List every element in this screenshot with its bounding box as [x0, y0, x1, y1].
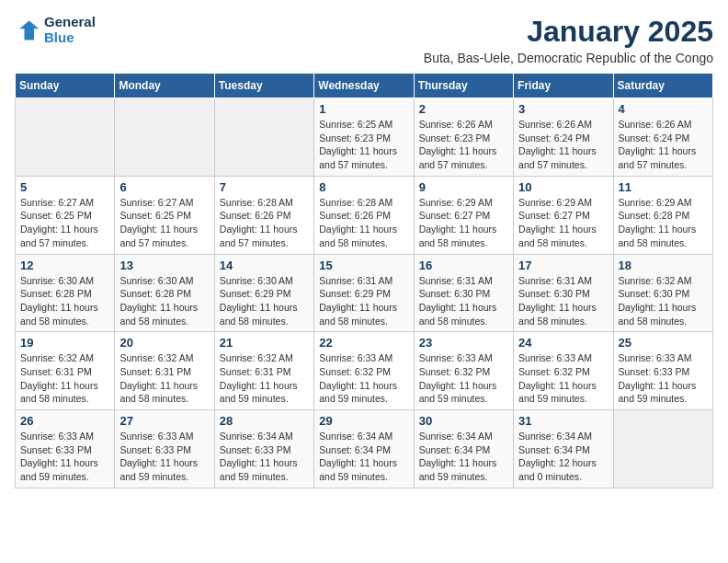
calendar-cell: 18Sunrise: 6:32 AM Sunset: 6:30 PM Dayli… [613, 254, 712, 332]
day-number: 3 [518, 102, 608, 116]
day-info: Sunrise: 6:30 AM Sunset: 6:29 PM Dayligh… [220, 274, 309, 328]
day-number: 14 [220, 259, 309, 272]
calendar-cell: 15Sunrise: 6:31 AM Sunset: 6:29 PM Dayli… [314, 254, 414, 332]
calendar-cell: 24Sunrise: 6:33 AM Sunset: 6:32 PM Dayli… [514, 332, 613, 410]
calendar-cell: 1Sunrise: 6:25 AM Sunset: 6:23 PM Daylig… [314, 98, 414, 177]
day-number: 17 [518, 259, 608, 272]
day-number: 24 [518, 336, 608, 350]
day-info: Sunrise: 6:32 AM Sunset: 6:30 PM Dayligh… [619, 274, 708, 328]
header-saturday: Saturday [613, 74, 712, 98]
page-header: General Blue January 2025 Buta, Bas-Uele… [15, 15, 713, 65]
day-info: Sunrise: 6:26 AM Sunset: 6:24 PM Dayligh… [518, 118, 608, 172]
day-info: Sunrise: 6:32 AM Sunset: 6:31 PM Dayligh… [220, 351, 309, 406]
logo: General Blue [15, 15, 96, 45]
calendar-cell: 27Sunrise: 6:33 AM Sunset: 6:33 PM Dayli… [115, 410, 214, 488]
day-info: Sunrise: 6:25 AM Sunset: 6:23 PM Dayligh… [319, 118, 408, 172]
day-number: 28 [220, 414, 309, 428]
calendar-cell: 28Sunrise: 6:34 AM Sunset: 6:33 PM Dayli… [214, 410, 313, 488]
calendar-cell: 7Sunrise: 6:28 AM Sunset: 6:26 PM Daylig… [214, 176, 313, 254]
day-info: Sunrise: 6:29 AM Sunset: 6:27 PM Dayligh… [518, 196, 608, 250]
day-number: 27 [119, 414, 209, 428]
calendar-cell: 26Sunrise: 6:33 AM Sunset: 6:33 PM Dayli… [16, 410, 115, 488]
calendar-cell: 9Sunrise: 6:29 AM Sunset: 6:27 PM Daylig… [414, 176, 513, 254]
day-info: Sunrise: 6:29 AM Sunset: 6:27 PM Dayligh… [419, 196, 508, 250]
day-info: Sunrise: 6:31 AM Sunset: 6:30 PM Dayligh… [419, 274, 508, 328]
day-info: Sunrise: 6:30 AM Sunset: 6:28 PM Dayligh… [119, 274, 209, 328]
day-number: 13 [119, 259, 209, 272]
week-row-3: 19Sunrise: 6:32 AM Sunset: 6:31 PM Dayli… [16, 332, 713, 410]
calendar-header-row: SundayMondayTuesdayWednesdayThursdayFrid… [16, 74, 713, 98]
day-number: 15 [319, 259, 408, 272]
header-sunday: Sunday [16, 74, 115, 98]
calendar-cell: 25Sunrise: 6:33 AM Sunset: 6:33 PM Dayli… [613, 332, 712, 410]
day-info: Sunrise: 6:33 AM Sunset: 6:33 PM Dayligh… [119, 430, 209, 484]
day-number: 11 [619, 180, 708, 194]
header-thursday: Thursday [414, 74, 513, 98]
day-number: 4 [619, 102, 708, 116]
week-row-2: 12Sunrise: 6:30 AM Sunset: 6:28 PM Dayli… [16, 254, 713, 332]
day-number: 16 [419, 259, 508, 272]
calendar-cell [214, 98, 313, 177]
day-info: Sunrise: 6:32 AM Sunset: 6:31 PM Dayligh… [119, 351, 209, 406]
day-number: 8 [319, 180, 408, 194]
day-number: 9 [419, 180, 508, 194]
title-area: January 2025 Buta, Bas-Uele, Democratic … [424, 15, 713, 65]
day-info: Sunrise: 6:26 AM Sunset: 6:24 PM Dayligh… [619, 118, 708, 172]
day-number: 10 [518, 180, 608, 194]
day-number: 22 [319, 336, 408, 350]
calendar-cell: 8Sunrise: 6:28 AM Sunset: 6:26 PM Daylig… [314, 176, 414, 254]
day-number: 6 [119, 180, 209, 194]
day-info: Sunrise: 6:31 AM Sunset: 6:30 PM Dayligh… [518, 274, 608, 328]
calendar-cell [115, 98, 214, 177]
calendar-cell: 4Sunrise: 6:26 AM Sunset: 6:24 PM Daylig… [613, 98, 712, 177]
day-number: 30 [419, 414, 508, 428]
day-number: 2 [419, 102, 508, 116]
calendar-cell: 10Sunrise: 6:29 AM Sunset: 6:27 PM Dayli… [514, 176, 613, 254]
calendar-cell: 3Sunrise: 6:26 AM Sunset: 6:24 PM Daylig… [514, 98, 613, 177]
day-number: 31 [518, 414, 608, 428]
header-wednesday: Wednesday [314, 74, 414, 98]
day-info: Sunrise: 6:26 AM Sunset: 6:23 PM Dayligh… [419, 118, 508, 172]
calendar-cell: 2Sunrise: 6:26 AM Sunset: 6:23 PM Daylig… [414, 98, 513, 177]
header-monday: Monday [115, 74, 214, 98]
header-friday: Friday [514, 74, 613, 98]
day-info: Sunrise: 6:28 AM Sunset: 6:26 PM Dayligh… [220, 196, 309, 250]
day-number: 26 [20, 414, 109, 428]
calendar-cell: 29Sunrise: 6:34 AM Sunset: 6:34 PM Dayli… [314, 410, 414, 488]
subtitle: Buta, Bas-Uele, Democratic Republic of t… [424, 51, 713, 65]
calendar-cell: 6Sunrise: 6:27 AM Sunset: 6:25 PM Daylig… [115, 176, 214, 254]
calendar-cell: 5Sunrise: 6:27 AM Sunset: 6:25 PM Daylig… [16, 176, 115, 254]
calendar: SundayMondayTuesdayWednesdayThursdayFrid… [15, 73, 713, 488]
calendar-cell: 16Sunrise: 6:31 AM Sunset: 6:30 PM Dayli… [414, 254, 513, 332]
calendar-cell [613, 410, 712, 488]
logo-icon [15, 17, 40, 43]
day-number: 19 [20, 336, 109, 350]
calendar-cell: 17Sunrise: 6:31 AM Sunset: 6:30 PM Dayli… [514, 254, 613, 332]
day-info: Sunrise: 6:33 AM Sunset: 6:32 PM Dayligh… [518, 351, 608, 406]
day-number: 21 [220, 336, 309, 350]
day-number: 5 [20, 180, 109, 194]
calendar-cell [16, 98, 115, 177]
calendar-cell: 30Sunrise: 6:34 AM Sunset: 6:34 PM Dayli… [414, 410, 513, 488]
day-info: Sunrise: 6:34 AM Sunset: 6:34 PM Dayligh… [419, 430, 508, 484]
day-info: Sunrise: 6:33 AM Sunset: 6:33 PM Dayligh… [20, 430, 109, 484]
day-number: 1 [319, 102, 408, 116]
day-info: Sunrise: 6:33 AM Sunset: 6:33 PM Dayligh… [619, 351, 708, 406]
day-info: Sunrise: 6:34 AM Sunset: 6:34 PM Dayligh… [518, 430, 608, 484]
day-number: 12 [20, 259, 109, 272]
week-row-1: 5Sunrise: 6:27 AM Sunset: 6:25 PM Daylig… [16, 176, 713, 254]
svg-marker-1 [19, 20, 39, 40]
day-info: Sunrise: 6:28 AM Sunset: 6:26 PM Dayligh… [319, 196, 408, 250]
calendar-cell: 13Sunrise: 6:30 AM Sunset: 6:28 PM Dayli… [115, 254, 214, 332]
day-info: Sunrise: 6:33 AM Sunset: 6:32 PM Dayligh… [319, 351, 408, 406]
day-number: 29 [319, 414, 408, 428]
calendar-cell: 14Sunrise: 6:30 AM Sunset: 6:29 PM Dayli… [214, 254, 313, 332]
week-row-0: 1Sunrise: 6:25 AM Sunset: 6:23 PM Daylig… [16, 98, 713, 177]
calendar-cell: 20Sunrise: 6:32 AM Sunset: 6:31 PM Dayli… [115, 332, 214, 410]
day-info: Sunrise: 6:27 AM Sunset: 6:25 PM Dayligh… [119, 196, 209, 250]
calendar-cell: 21Sunrise: 6:32 AM Sunset: 6:31 PM Dayli… [214, 332, 313, 410]
calendar-cell: 12Sunrise: 6:30 AM Sunset: 6:28 PM Dayli… [16, 254, 115, 332]
day-number: 25 [619, 336, 708, 350]
day-info: Sunrise: 6:32 AM Sunset: 6:31 PM Dayligh… [20, 351, 109, 406]
calendar-cell: 22Sunrise: 6:33 AM Sunset: 6:32 PM Dayli… [314, 332, 414, 410]
